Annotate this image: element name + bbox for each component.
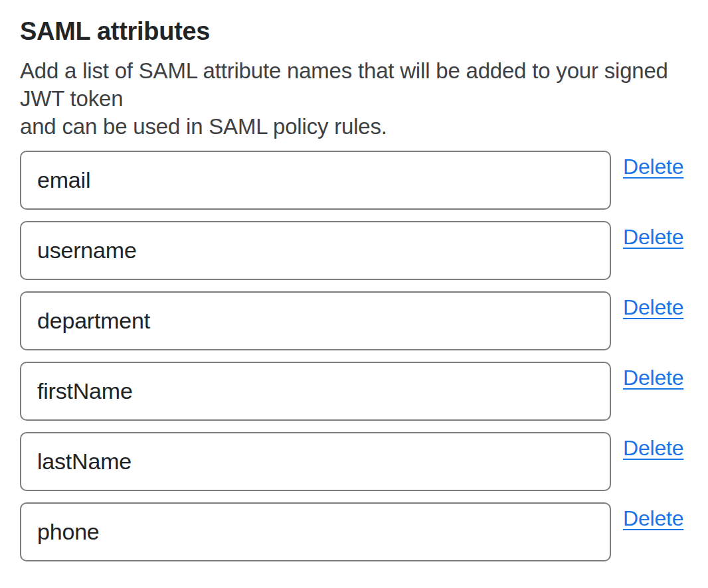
delete-link[interactable]: Delete	[623, 506, 683, 531]
attribute-row: Delete	[20, 502, 688, 561]
attribute-input[interactable]	[20, 362, 611, 421]
delete-link[interactable]: Delete	[623, 295, 683, 320]
section-title: SAML attributes	[20, 16, 688, 46]
attribute-row: Delete	[20, 221, 688, 280]
delete-link[interactable]: Delete	[623, 154, 683, 179]
section-description: Add a list of SAML attribute names that …	[20, 57, 688, 141]
attribute-row: Delete	[20, 432, 688, 491]
delete-link[interactable]: Delete	[623, 224, 683, 250]
attribute-row: Delete	[20, 362, 688, 421]
attribute-input[interactable]	[20, 291, 611, 350]
attribute-rows: Delete Delete Delete Delete Delete Delet…	[20, 151, 688, 561]
attribute-input[interactable]	[20, 502, 611, 561]
attribute-input[interactable]	[20, 221, 611, 280]
attribute-row: Delete	[20, 151, 688, 210]
section-description-line2: and can be used in SAML policy rules.	[20, 114, 387, 139]
attribute-input[interactable]	[20, 432, 611, 491]
delete-link[interactable]: Delete	[623, 435, 683, 461]
attribute-row: Delete	[20, 291, 688, 350]
saml-attributes-section: SAML attributes Add a list of SAML attri…	[0, 16, 708, 588]
attribute-input[interactable]	[20, 151, 611, 210]
delete-link[interactable]: Delete	[623, 365, 683, 390]
section-description-line1: Add a list of SAML attribute names that …	[20, 58, 668, 111]
